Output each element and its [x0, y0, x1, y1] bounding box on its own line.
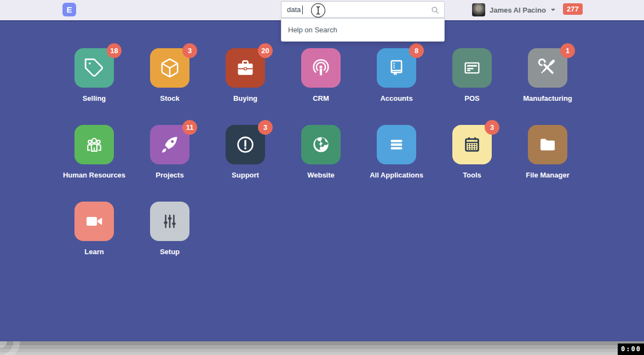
app-cell: 3 Stock [132, 48, 208, 125]
app-tile-website[interactable] [301, 125, 341, 164]
app-label-crm: CRM [313, 94, 329, 102]
card-icon [462, 58, 482, 78]
tools-icon [537, 58, 558, 78]
alert-icon [235, 134, 256, 155]
app-label-selling: Selling [83, 94, 106, 102]
menu-icon [386, 134, 407, 155]
help-on-search-item[interactable]: Help on Search [281, 19, 444, 41]
top-navbar: E Help on Search James Al Pacino 277 [0, 0, 644, 20]
calendar-icon [462, 134, 482, 155]
app-cell: 18 Selling [56, 48, 132, 125]
count-badge: 3 [258, 120, 273, 135]
app-tile-projects[interactable]: 11 [150, 125, 189, 164]
sliders-icon [159, 211, 180, 232]
app-label-setup: Setup [160, 248, 180, 256]
app-label-projects: Projects [156, 171, 183, 179]
app-cell: 3 Tools [434, 125, 510, 202]
app-tile-all-applications[interactable] [377, 125, 416, 164]
count-badge: 20 [258, 43, 273, 58]
app-cell: Human Resources [56, 125, 132, 202]
app-cell: POS [434, 48, 510, 125]
desktop: 18 Selling 3 Stock 20 Buying CRM 8 Accou… [0, 20, 644, 341]
app-label-manufacturing: Manufacturing [523, 94, 572, 102]
app-tile-buying[interactable]: 20 [226, 48, 265, 88]
app-label-stock: Stock [160, 94, 179, 102]
desktop-background-strip [0, 341, 644, 355]
app-tile-stock[interactable]: 3 [150, 48, 189, 88]
folder-icon [537, 134, 558, 155]
notifications-badge[interactable]: 277 [563, 3, 583, 15]
app-label-buying: Buying [233, 94, 257, 102]
app-label-support: Support [232, 171, 259, 179]
global-search [281, 1, 445, 18]
tag-icon [84, 58, 105, 78]
app-cell: 1 Manufacturing [510, 48, 585, 125]
app-logo[interactable]: E [62, 3, 76, 16]
ledger-icon [386, 58, 407, 78]
count-badge: 11 [182, 120, 197, 135]
app-grid-row: 18 Selling 3 Stock 20 Buying CRM 8 Accou… [56, 48, 644, 125]
app-tile-accounts[interactable]: 8 [377, 48, 416, 88]
app-grid-row: Learn Setup [56, 202, 644, 278]
app-cell: Website [283, 125, 359, 202]
podcast-icon [311, 58, 331, 78]
rocket-icon [159, 134, 180, 155]
app-cell: 11 Projects [132, 125, 208, 202]
count-badge: 1 [560, 43, 575, 58]
search-dropdown: Help on Search [281, 18, 445, 42]
app-cell: Setup [132, 202, 208, 278]
people-icon [84, 134, 105, 155]
app-grid-row: Human Resources 11 Projects 3 Support We… [56, 125, 644, 202]
app-label-file-manager: File Manager [526, 171, 569, 179]
app-tile-pos[interactable] [452, 48, 492, 88]
app-cell: Learn [56, 202, 132, 278]
app-tile-manufacturing[interactable]: 1 [528, 48, 567, 88]
app-label-accounts: Accounts [380, 94, 412, 102]
app-cell: 3 Support [208, 125, 283, 202]
search-icon[interactable] [430, 5, 440, 15]
app-tile-learn[interactable] [74, 202, 114, 241]
app-cell: CRM [283, 48, 359, 125]
app-tile-file-manager[interactable] [528, 125, 567, 164]
avatar [472, 3, 485, 16]
user-menu[interactable]: James Al Pacino [472, 3, 555, 16]
app-tile-crm[interactable] [301, 48, 341, 88]
user-name: James Al Pacino [490, 6, 546, 14]
app-label-human-resources: Human Resources [63, 171, 125, 179]
app-grid: 18 Selling 3 Stock 20 Buying CRM 8 Accou… [0, 48, 644, 278]
app-tile-selling[interactable]: 18 [74, 48, 114, 88]
count-badge: 18 [107, 43, 122, 58]
app-label-pos: POS [464, 94, 479, 102]
recording-timer: 0:00 [618, 343, 644, 355]
video-icon [84, 211, 105, 232]
app-label-website: Website [307, 171, 335, 179]
count-badge: 8 [409, 43, 424, 58]
briefcase-icon [235, 58, 256, 78]
app-cell: All Applications [359, 125, 434, 202]
count-badge: 3 [182, 43, 197, 58]
text-caret [302, 5, 303, 14]
app-cell: 8 Accounts [359, 48, 434, 125]
box-icon [159, 58, 180, 78]
app-cell: 20 Buying [208, 48, 283, 125]
app-cell: File Manager [510, 125, 585, 202]
app-label-tools: Tools [463, 171, 481, 179]
app-tile-human-resources[interactable] [74, 125, 114, 164]
app-tile-support[interactable]: 3 [226, 125, 265, 164]
count-badge: 3 [485, 120, 499, 135]
app-label-learn: Learn [84, 248, 104, 256]
chevron-down-icon [551, 9, 555, 11]
app-label-all-applications: All Applications [370, 171, 423, 179]
app-tile-tools[interactable]: 3 [452, 125, 492, 164]
globe-icon [311, 134, 331, 155]
app-tile-setup[interactable] [150, 202, 189, 241]
